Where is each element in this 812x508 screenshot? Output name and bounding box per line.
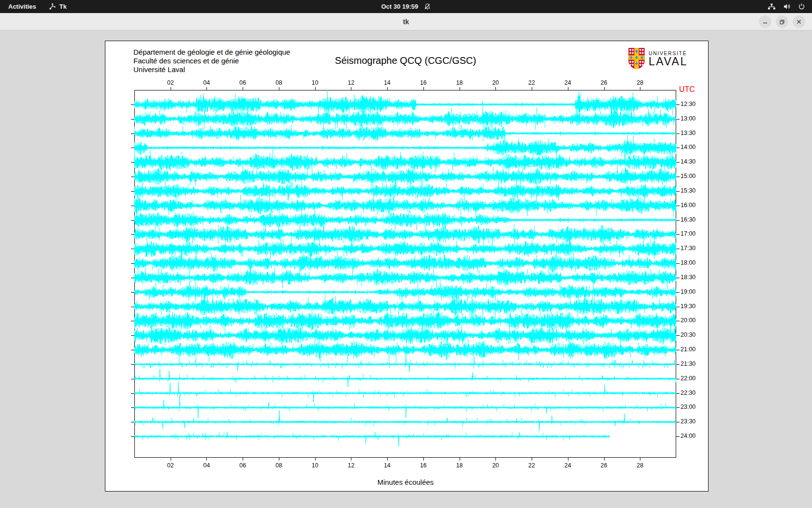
row-tick-right [676, 321, 680, 321]
utc-row-label: 22:00 [681, 375, 696, 382]
utc-row-label: 20:00 [681, 317, 696, 324]
close-button[interactable] [793, 15, 805, 28]
row-tick-left [131, 177, 134, 177]
x-tick-top [279, 87, 279, 90]
row-tick-right [676, 364, 680, 365]
row-tick-left [131, 307, 134, 307]
utc-row-label: 18:30 [681, 274, 696, 281]
x-tick-top [460, 87, 460, 90]
x-tick-label-bottom: 02 [167, 462, 174, 469]
window-title: tk [403, 18, 409, 26]
row-tick-right [676, 436, 680, 437]
x-tick-label-bottom: 28 [637, 462, 643, 469]
utc-row-label: 14:30 [681, 158, 696, 165]
x-tick-top [532, 87, 532, 90]
x-tick-top [387, 87, 388, 90]
minimize-button[interactable] [759, 15, 771, 28]
x-tick-label-bottom: 16 [420, 462, 427, 469]
row-tick-left [131, 379, 134, 379]
row-tick-left [131, 191, 134, 192]
row-tick-right [676, 278, 680, 278]
row-tick-right [676, 393, 680, 394]
row-tick-right [676, 263, 680, 264]
utc-row-label: 23:30 [681, 418, 696, 425]
row-tick-left [131, 436, 134, 437]
seismogram-traces [105, 41, 708, 491]
utc-row-label: 15:00 [681, 173, 696, 179]
x-tick-label-top: 28 [637, 79, 643, 86]
utc-row-label: 19:30 [681, 303, 696, 310]
x-tick-label-top: 16 [420, 79, 427, 86]
clock-area[interactable]: Oct 30 19:59 [381, 0, 431, 13]
utc-row-label: 19:00 [681, 288, 696, 295]
utc-row-label: 20:30 [681, 331, 696, 338]
x-tick-label-top: 24 [565, 79, 571, 86]
x-tick-label-top: 14 [384, 79, 391, 86]
row-tick-left [131, 234, 134, 235]
row-tick-right [676, 249, 680, 249]
x-tick-bottom [315, 458, 316, 461]
x-tick-label-bottom: 24 [565, 462, 571, 469]
row-tick-right [676, 177, 680, 177]
x-tick-bottom [640, 458, 640, 461]
row-tick-right [676, 335, 680, 336]
maximize-button[interactable] [776, 15, 788, 28]
x-tick-label-bottom: 12 [348, 462, 354, 469]
seismograph-canvas-area: Département de géologie et de génie géol… [105, 41, 709, 492]
row-tick-left [131, 292, 134, 293]
x-tick-bottom [423, 458, 424, 461]
notifications-muted-icon [423, 3, 431, 10]
x-tick-label-top: 10 [312, 79, 319, 86]
volume-icon[interactable] [783, 3, 791, 10]
row-tick-left [131, 134, 134, 134]
row-tick-left [131, 350, 134, 350]
x-tick-label-top: 12 [348, 79, 354, 86]
x-tick-bottom [171, 458, 171, 461]
x-tick-label-top: 02 [167, 79, 174, 86]
utc-row-label: 18:00 [681, 259, 696, 266]
x-tick-label-bottom: 06 [239, 462, 246, 469]
x-tick-label-bottom: 04 [203, 462, 210, 469]
row-tick-left [131, 206, 134, 206]
power-icon[interactable] [798, 3, 805, 10]
x-tick-top [171, 87, 171, 90]
x-tick-label-bottom: 10 [312, 462, 319, 469]
utc-row-label: 13:30 [681, 130, 696, 136]
tk-app-label: Tk [59, 3, 67, 10]
utc-row-label: 12:30 [681, 101, 696, 107]
row-tick-right [676, 350, 680, 350]
row-tick-left [131, 335, 134, 336]
row-tick-right [676, 119, 680, 120]
row-tick-left [131, 105, 134, 105]
row-tick-left [131, 162, 134, 163]
row-tick-left [131, 148, 134, 148]
utc-row-label: 16:30 [681, 216, 696, 223]
utc-row-label: 14:00 [681, 144, 696, 150]
row-tick-left [131, 364, 134, 365]
row-tick-right [676, 379, 680, 379]
x-tick-label-top: 08 [276, 79, 282, 86]
utc-row-label: 24:00 [681, 433, 696, 439]
x-tick-label-top: 26 [601, 79, 608, 86]
x-tick-top [206, 87, 207, 90]
row-tick-left [131, 278, 134, 278]
window-titlebar[interactable]: tk [0, 13, 812, 30]
system-status-area [768, 0, 805, 13]
tk-app-icon [49, 3, 56, 10]
row-tick-right [676, 407, 680, 408]
x-tick-top [604, 87, 605, 90]
x-tick-top [351, 87, 351, 90]
x-tick-label-bottom: 08 [276, 462, 282, 469]
row-tick-left [131, 249, 134, 249]
activities-button[interactable]: Activities [8, 3, 36, 10]
network-icon[interactable] [768, 3, 776, 10]
tk-app-indicator[interactable]: Tk [49, 3, 67, 10]
utc-row-label: 21:00 [681, 346, 696, 353]
x-tick-top [568, 87, 568, 90]
x-tick-top [243, 87, 243, 90]
x-tick-bottom [279, 458, 279, 461]
utc-row-label: 23:00 [681, 403, 696, 410]
x-tick-label-bottom: 14 [384, 462, 391, 469]
x-tick-bottom [460, 458, 460, 461]
utc-row-label: 16:00 [681, 202, 696, 209]
